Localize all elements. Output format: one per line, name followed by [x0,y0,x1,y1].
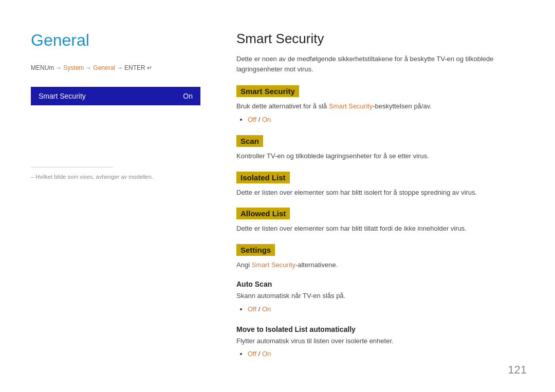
off-on-2: Off / On [248,305,271,313]
breadcrumb-arrow-2: → [85,64,91,71]
heading-allowed-list: Allowed List [236,208,290,219]
page-number: 121 [508,363,527,377]
breadcrumb-general[interactable]: General [93,64,115,71]
menu-item-value: On [183,92,193,100]
smart-security-menu-item[interactable]: Smart Security On [31,87,200,105]
section-scan: Scan Kontroller TV-en og tilkoblede lagr… [236,135,529,161]
off-on-1: Off / On [248,116,271,123]
section-smart-security-text: Bruk dette alternativet for å slå Smart … [236,101,529,111]
off-on-3: Off / On [248,350,271,358]
section-smart-security: Smart Security Bruk dette alternativet f… [236,85,529,125]
auto-scan-bullet: Off / On [248,304,529,315]
section-allowed-list-text: Dette er listen over elementer som har b… [236,223,529,234]
subsection-auto-scan: Auto Scan Skann automatisk når TV-en slå… [236,280,529,314]
heading-settings: Settings [236,244,275,256]
section-allowed-list: Allowed List Dette er listen over elemen… [236,208,529,234]
breadcrumb: MENU m → System → General → ENTER ↵ [31,64,200,71]
breadcrumb-menu-icon: m [49,64,54,71]
smart-security-link: Smart Security [329,102,373,110]
smart-security-bullet: Off / On [248,115,529,125]
off-label-3: Off [248,350,256,358]
left-footnote: – Hvilket bilde som vises, avhenger av m… [31,174,200,180]
move-isolated-bullet: Off / On [248,349,529,360]
breadcrumb-arrow-3: → [117,64,123,71]
section-isolated-list: Isolated List Dette er listen over eleme… [236,172,529,198]
breadcrumb-system[interactable]: System [63,64,84,71]
section-settings-text: Angi Smart Security-alternativene. [236,260,529,270]
breadcrumb-enter: ENTER ↵ [124,64,152,71]
heading-scan: Scan [236,135,263,147]
breadcrumb-arrow-1: → [55,64,62,71]
on-label-2: On [262,305,271,313]
move-isolated-title: Move to Isolated List automatically [236,325,529,333]
smart-security-bullet-list: Off / On [236,115,529,125]
intro-text: Dette er noen av de medfølgende sikkerhe… [236,54,529,74]
off-label-2: Off [248,305,256,313]
off-label-1: Off [248,116,256,123]
heading-isolated-list: Isolated List [236,172,290,183]
left-panel: General MENU m → System → General → ENTE… [31,31,216,371]
heading-smart-security: Smart Security [236,85,299,97]
page-title: General [31,31,200,50]
section-isolated-list-text: Dette er listen over elementer som har b… [236,188,529,198]
section-settings: Settings Angi Smart Security-alternative… [236,244,529,270]
subsection-move-isolated: Move to Isolated List automatically Flyt… [236,325,529,360]
on-label-1: On [262,116,271,123]
auto-scan-title: Auto Scan [236,280,529,288]
move-isolated-text: Flytter automatisk virus til listen over… [236,336,529,346]
settings-smart-security-link: Smart Security [252,261,295,269]
right-title: Smart Security [236,31,529,47]
left-divider [31,167,113,167]
breadcrumb-menu: MENU [31,64,49,71]
menu-item-label: Smart Security [39,92,86,100]
auto-scan-bullet-list: Off / On [236,304,529,315]
move-isolated-bullet-list: Off / On [236,349,529,360]
right-panel: Smart Security Dette er noen av de medfø… [216,31,529,371]
on-label-3: On [262,350,271,358]
section-scan-text: Kontroller TV-en og tilkoblede lagringse… [236,151,529,161]
auto-scan-text: Skann automatisk når TV-en slås på. [236,291,529,301]
